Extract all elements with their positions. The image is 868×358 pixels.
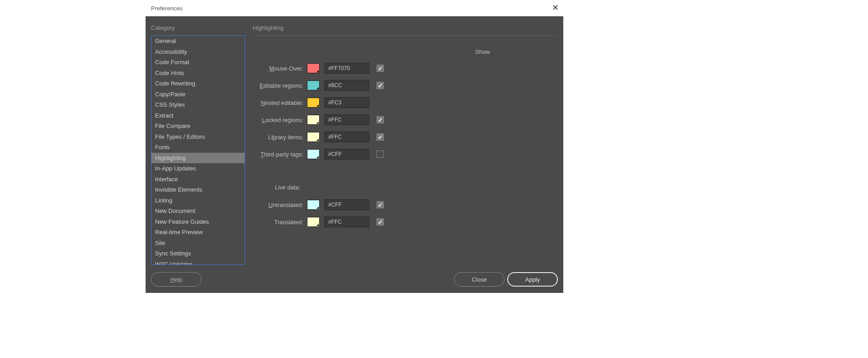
live-data-heading: Live data:	[275, 184, 300, 191]
swatch-third-party-tags[interactable]	[307, 149, 320, 159]
input-untranslated[interactable]	[324, 199, 369, 210]
row-nested-editable: Nested editable:	[253, 96, 369, 109]
label-translated: Translated:	[253, 219, 307, 226]
label-library-items: Library items:	[253, 134, 307, 141]
category-item[interactable]: Linting	[151, 195, 245, 206]
category-item[interactable]: CSS Styles	[151, 99, 245, 110]
swatch-untranslated[interactable]	[307, 200, 320, 210]
input-mouse-over[interactable]	[324, 63, 369, 74]
row-mouse-over: Mouse-Over:	[253, 62, 384, 75]
label-nested-editable: Nested editable:	[253, 99, 307, 106]
category-item[interactable]: Interface	[151, 174, 245, 185]
swatch-nested-editable[interactable]	[307, 98, 320, 108]
row-third-party-tags: Third-party tags:	[253, 148, 384, 160]
input-locked-regions[interactable]	[324, 114, 369, 125]
input-editable-regions[interactable]	[324, 80, 369, 91]
label-third-party-tags: Third-party tags:	[253, 151, 307, 158]
checkbox-third-party-tags-show[interactable]	[377, 151, 384, 158]
close-button[interactable]: Close	[454, 272, 505, 287]
checkbox-editable-regions-show[interactable]	[377, 82, 384, 89]
row-locked-regions: Locked regions:	[253, 113, 384, 126]
category-item[interactable]: Real-time Preview	[151, 227, 245, 238]
input-library-items[interactable]	[324, 132, 369, 142]
row-untranslated: Untranslated:	[253, 198, 384, 211]
category-item[interactable]: Fonts	[151, 142, 245, 153]
category-item[interactable]: W3C Validator	[151, 259, 245, 265]
checkbox-mouse-over-show[interactable]	[377, 65, 384, 72]
input-third-party-tags[interactable]	[324, 149, 369, 160]
category-item[interactable]: Invisible Elements	[151, 184, 245, 195]
checkbox-locked-regions-show[interactable]	[377, 116, 384, 123]
row-library-items: Library items:	[253, 131, 384, 143]
category-item[interactable]: New Feature Guides	[151, 217, 245, 227]
titlebar: Preferences ✕	[146, 0, 563, 16]
dialog-title: Preferences	[151, 5, 183, 12]
label-locked-regions: Locked regions:	[253, 117, 307, 123]
settings-panel: Show Mouse-Over: Editable regions: Neste…	[253, 35, 558, 266]
category-item[interactable]: File Compare	[151, 121, 245, 132]
show-column-header: Show	[475, 48, 490, 55]
label-untranslated: Untranslated:	[253, 202, 307, 208]
row-translated: Translated:	[253, 216, 384, 228]
close-icon[interactable]: ✕	[552, 4, 559, 12]
category-item[interactable]: File Types / Editors	[151, 132, 245, 142]
input-translated[interactable]	[324, 217, 369, 227]
category-item[interactable]: Sync Settings	[151, 248, 245, 259]
category-item[interactable]: Highlighting	[151, 153, 245, 164]
category-item[interactable]: Extract	[151, 110, 245, 121]
category-item[interactable]: In-App Updates	[151, 163, 245, 174]
category-item[interactable]: Copy/Paste	[151, 89, 245, 100]
input-nested-editable[interactable]	[324, 97, 369, 108]
category-item[interactable]: Code Format	[151, 57, 245, 68]
checkbox-untranslated-show[interactable]	[377, 201, 384, 208]
swatch-mouse-over[interactable]	[307, 63, 320, 73]
preferences-dialog: Preferences ✕ Category Highlighting Gene…	[146, 0, 563, 293]
checkbox-translated-show[interactable]	[377, 218, 384, 226]
category-heading: Category	[151, 24, 175, 31]
checkbox-library-items-show[interactable]	[377, 133, 384, 141]
help-button[interactable]: Help	[151, 272, 202, 287]
swatch-editable-regions[interactable]	[307, 80, 320, 90]
swatch-locked-regions[interactable]	[307, 115, 320, 125]
label-editable-regions: Editable regions:	[253, 82, 307, 89]
label-mouse-over: Mouse-Over:	[253, 65, 307, 72]
category-item[interactable]: New Document	[151, 206, 245, 217]
panel-heading: Highlighting	[253, 24, 283, 31]
row-editable-regions: Editable regions:	[253, 79, 384, 92]
swatch-library-items[interactable]	[307, 132, 320, 142]
swatch-translated[interactable]	[307, 217, 320, 227]
category-item[interactable]: Code Hints	[151, 68, 245, 79]
dialog-body: Category Highlighting GeneralAccessibili…	[146, 16, 563, 293]
category-list[interactable]: GeneralAccessibilityCode FormatCode Hint…	[151, 35, 245, 265]
category-item[interactable]: Accessibility	[151, 47, 245, 57]
category-item[interactable]: General	[151, 36, 245, 47]
apply-button[interactable]: Apply	[507, 272, 558, 287]
category-item[interactable]: Code Rewriting	[151, 78, 245, 89]
category-item[interactable]: Site	[151, 238, 245, 249]
button-row: Help Close Apply	[146, 272, 563, 287]
